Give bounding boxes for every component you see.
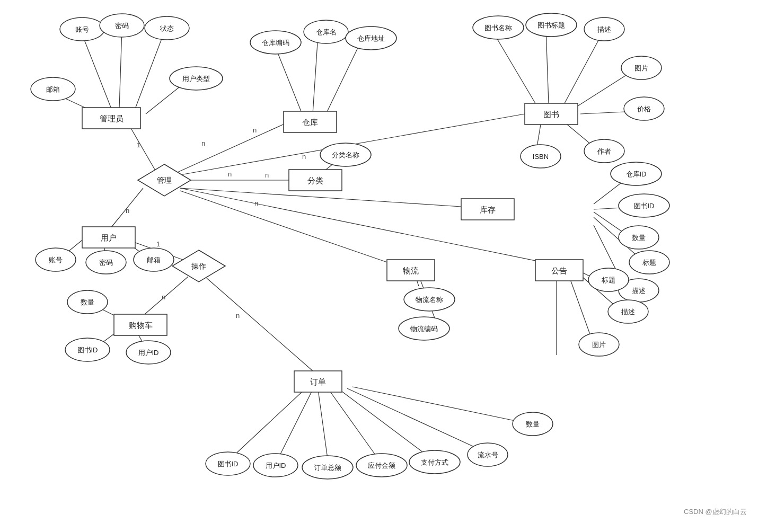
watermark: CSDN @虚幻的白云 [684, 508, 747, 516]
card-op-order: n [236, 312, 240, 320]
attr-user-email-label: 邮箱 [147, 256, 161, 264]
entity-order-label: 订单 [310, 377, 326, 386]
relation-operate-label: 操作 [191, 262, 206, 270]
card-n-warehouse: n [253, 126, 257, 134]
card-manage-book: n [302, 153, 306, 161]
attr-order-payment-label: 支付方式 [421, 458, 448, 466]
attr-order-serial-label: 流水号 [478, 451, 498, 459]
svg-line-1 [119, 29, 122, 109]
attr-admin-usertype-label: 用户类型 [182, 75, 210, 83]
attr-stock-bookid-label: 图书ID [634, 202, 655, 210]
attr-order-payable-label: 应付金额 [368, 462, 395, 469]
svg-line-9 [546, 29, 549, 103]
attr-book-desc-label: 描述 [597, 25, 611, 33]
er-diagram: 1 n n n n n 1 n n n n 管理员 仓库 图书 分类 库存 用户… [0, 0, 776, 532]
entity-logistics-label: 物流 [403, 266, 419, 275]
attr-book-title-label: 图书标题 [537, 21, 565, 29]
svg-line-44 [318, 389, 329, 466]
card-manage-warehouse: n [201, 139, 205, 147]
entity-user-label: 用户 [101, 233, 117, 242]
svg-line-46 [339, 389, 435, 461]
card-cart-op: n [162, 293, 165, 301]
card-manage-category: n [228, 170, 232, 178]
card-n-category: n [265, 171, 269, 179]
attr-logistics-code-label: 物流编码 [410, 325, 438, 333]
attr-book-name-label: 图书名称 [484, 24, 512, 32]
attr-wh-name-label: 仓库名 [316, 28, 337, 36]
attr-book-pic-label: 图片 [634, 64, 648, 72]
svg-line-5 [276, 48, 302, 114]
attr-admin-status-label: 状态 [160, 24, 174, 32]
entity-book-label: 图书 [543, 110, 559, 119]
attr-cart-bookid-label: 图书ID [77, 346, 98, 354]
attr-cart-userid-label: 用户ID [138, 349, 159, 357]
card-admin-manage: 1 [137, 141, 140, 149]
attr-order-userid-label: 用户ID [266, 462, 286, 469]
svg-line-10 [565, 34, 602, 103]
attr-cart-qty-label: 数量 [81, 298, 94, 306]
attr-book-author-label: 作者 [597, 147, 611, 155]
attr-user-account-label: 账号 [49, 256, 63, 264]
entity-category-label: 分类 [307, 176, 323, 185]
attr-stock-warehouseid-label: 仓库ID [626, 170, 647, 178]
attr-stock-desc-label: 描述 [632, 287, 646, 295]
svg-line-0 [82, 34, 111, 109]
svg-line-7 [326, 42, 360, 114]
svg-line-8 [493, 32, 535, 103]
svg-line-48 [352, 387, 530, 424]
attr-cat-name-label: 分类名称 [332, 151, 359, 159]
attr-order-total-label: 订单总额 [314, 464, 341, 472]
attr-admin-account-label: 账号 [75, 25, 89, 33]
attr-user-password-label: 密码 [99, 259, 113, 267]
attr-order-bookid-label: 图书ID [218, 460, 239, 468]
attr-notice-desc-label: 描述 [621, 308, 635, 316]
relation-manage-label: 管理 [157, 176, 172, 184]
entity-cart-label: 购物车 [129, 321, 153, 330]
svg-line-43 [276, 389, 313, 464]
attr-wh-code-label: 仓库编码 [262, 39, 289, 47]
card-manage-stock: n [254, 199, 258, 207]
attr-stock-qty-label: 数量 [632, 234, 646, 242]
attr-stock-title-label: 标题 [642, 259, 656, 267]
svg-line-47 [347, 388, 488, 453]
svg-line-49 [180, 191, 395, 265]
svg-line-15 [127, 122, 156, 172]
attr-logistics-name-label: 物流名称 [416, 296, 443, 304]
svg-line-2 [135, 32, 164, 109]
entity-stock-label: 库存 [480, 205, 496, 214]
attr-order-qty-label: 数量 [526, 420, 540, 428]
attr-admin-password-label: 密码 [115, 22, 129, 30]
entity-admin-label: 管理员 [100, 114, 124, 123]
svg-line-17 [178, 122, 289, 172]
attr-wh-address-label: 仓库地址 [357, 34, 385, 42]
attr-book-isbn-label: ISBN [533, 153, 549, 161]
attr-book-price-label: 价格 [637, 105, 651, 113]
entity-warehouse-label: 仓库 [302, 118, 318, 127]
svg-line-31 [207, 278, 313, 371]
card-user-op: 1 [156, 240, 160, 248]
attr-notice-title-label: 标题 [601, 276, 615, 284]
svg-line-6 [313, 34, 318, 114]
attr-notice-pic-label: 图片 [592, 341, 606, 349]
entity-notice-label: 公告 [551, 266, 567, 275]
attr-admin-email-label: 邮箱 [46, 85, 60, 93]
card-manage-user: n [126, 207, 129, 215]
